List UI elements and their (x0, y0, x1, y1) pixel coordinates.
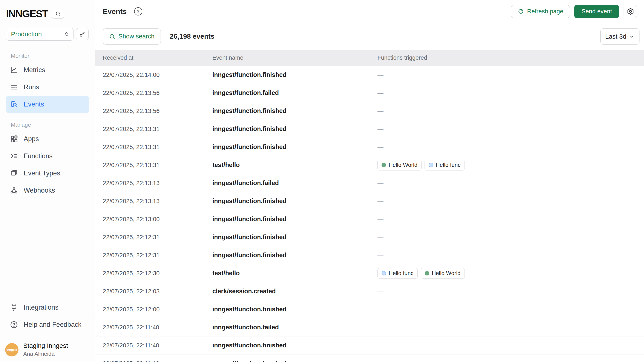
sidebar-item-functions[interactable]: Functions (6, 148, 89, 165)
table-row[interactable]: 22/07/2025, 22:12:31 inngest/function.fi… (95, 228, 644, 246)
table-row[interactable]: 22/07/2025, 22:13:00 inngest/function.fi… (95, 210, 644, 228)
function-badge[interactable]: Hello World (421, 268, 465, 279)
user-info: Staging Inngest Ana Almeida (23, 342, 68, 357)
logo-row: INNGEST (6, 8, 95, 19)
cell-functions: — (378, 180, 644, 186)
global-search-button[interactable] (52, 9, 64, 19)
table-row[interactable]: 22/07/2025, 22:12:30 test/hello Hello fu… (95, 264, 644, 282)
table-row[interactable]: 22/07/2025, 22:11:13 inngest/function.fi… (95, 355, 644, 362)
cell-received-at: 22/07/2025, 22:11:13 (103, 360, 212, 362)
sidebar-item-help-and-feedback[interactable]: Help and Feedback (6, 316, 89, 333)
table-row[interactable]: 22/07/2025, 22:13:31 inngest/function.fi… (95, 138, 644, 156)
cell-event-name: inngest/function.finished (212, 252, 378, 259)
cell-received-at: 22/07/2025, 22:13:56 (103, 108, 212, 114)
sidebar-item-runs[interactable]: Runs (6, 79, 89, 96)
page-title: Events (103, 7, 127, 16)
sidebar: INNGEST Production Monitor (0, 0, 95, 362)
cell-event-name: clerk/session.created (212, 288, 378, 295)
cell-functions: — (378, 108, 644, 114)
cell-received-at: 22/07/2025, 22:11:40 (103, 342, 212, 349)
events-toolbar: Show search 26,198 events Last 3d (95, 23, 644, 50)
table-row[interactable]: 22/07/2025, 22:13:56 inngest/function.fa… (95, 84, 644, 102)
table-row[interactable]: 22/07/2025, 22:13:31 inngest/function.fi… (95, 120, 644, 138)
toolbar-left: Show search 26,198 events (103, 28, 214, 45)
table-row[interactable]: 22/07/2025, 22:12:00 inngest/function.fi… (95, 300, 644, 318)
sidebar-item-label: Runs (24, 83, 39, 91)
column-header-event-name: Event name (212, 54, 378, 61)
environment-select[interactable]: Production (6, 28, 74, 41)
column-header-functions-triggered: Functions triggered (378, 54, 644, 61)
sidebar-item-label: Apps (24, 135, 39, 143)
gear-icon (626, 7, 634, 15)
function-badge[interactable]: Hello World (378, 160, 422, 171)
cell-received-at: 22/07/2025, 22:13:13 (103, 180, 212, 186)
help-icon (10, 321, 18, 329)
cell-event-name: inngest/function.finished (212, 125, 378, 133)
show-search-button[interactable]: Show search (103, 28, 161, 45)
cell-functions: — (378, 360, 644, 362)
table-row[interactable]: 22/07/2025, 22:14:00 inngest/function.fi… (95, 66, 644, 84)
cell-received-at: 22/07/2025, 22:13:00 (103, 216, 212, 223)
time-range-select[interactable]: Last 3d (600, 28, 640, 45)
search-icon (55, 11, 61, 16)
cell-event-name: inngest/function.failed (212, 324, 378, 331)
cell-event-name: inngest/function.finished (212, 197, 378, 205)
function-badge[interactable]: Hello func (424, 160, 465, 171)
cell-received-at: 22/07/2025, 22:13:31 (103, 126, 212, 133)
sidebar-item-webhooks[interactable]: Webhooks (6, 182, 89, 199)
chevron-down-icon (629, 34, 634, 39)
cell-functions: — (378, 234, 644, 241)
time-range-label: Last 3d (605, 33, 626, 40)
cell-received-at: 22/07/2025, 22:11:40 (103, 324, 212, 331)
cell-event-name: inngest/function.finished (212, 71, 378, 78)
sidebar-item-label: Metrics (24, 66, 45, 74)
cell-received-at: 22/07/2025, 22:13:13 (103, 198, 212, 205)
cell-received-at: 22/07/2025, 22:13:31 (103, 144, 212, 151)
page-help-icon[interactable]: ? (134, 7, 142, 15)
table-row[interactable]: 22/07/2025, 22:12:31 inngest/function.fi… (95, 246, 644, 264)
sidebar-item-apps[interactable]: Apps (6, 130, 89, 148)
function-badge[interactable]: Hello func (378, 268, 418, 279)
table-row[interactable]: 22/07/2025, 22:13:31 test/hello Hello Wo… (95, 156, 644, 174)
cell-functions: — (378, 306, 644, 313)
apps-icon (10, 135, 18, 143)
cell-received-at: 22/07/2025, 22:12:03 (103, 288, 212, 295)
cell-functions: — (378, 90, 644, 96)
events-count: 26,198 events (170, 32, 214, 40)
workspace-name: Staging Inngest (23, 342, 68, 349)
table-row[interactable]: 22/07/2025, 22:13:13 inngest/function.fi… (95, 192, 644, 210)
workspace-user-menu[interactable]: inngest Staging Inngest Ana Almeida (0, 337, 95, 362)
send-event-button[interactable]: Send event (574, 5, 619, 18)
sidebar-item-integrations[interactable]: Integrations (6, 299, 89, 316)
table-row[interactable]: 22/07/2025, 22:12:03 clerk/session.creat… (95, 282, 644, 300)
event-keys-button[interactable] (76, 28, 88, 40)
refresh-icon (518, 8, 524, 14)
table-header: Received at Event name Functions trigger… (95, 50, 644, 66)
manage-section-label: Manage (11, 122, 95, 128)
app-window: INNGEST Production Monitor (0, 0, 644, 362)
table-row[interactable]: 22/07/2025, 22:11:40 inngest/function.fa… (95, 318, 644, 337)
inngest-logo[interactable]: INNGEST (6, 8, 48, 19)
table-row[interactable]: 22/07/2025, 22:11:40 inngest/function.fi… (95, 337, 644, 355)
sidebar-item-label: Event Types (24, 170, 60, 177)
send-event-label: Send event (582, 8, 612, 15)
refresh-page-button[interactable]: Refresh page (511, 5, 570, 18)
cell-functions: — (378, 288, 644, 295)
cell-event-name: inngest/function.finished (212, 143, 378, 151)
cell-event-name: inngest/function.failed (212, 180, 378, 186)
avatar: inngest (5, 343, 18, 357)
webhooks-icon (10, 186, 18, 194)
settings-button[interactable] (624, 5, 637, 18)
table-row[interactable]: 22/07/2025, 22:13:56 inngest/function.fi… (95, 102, 644, 120)
function-status-dot (428, 163, 433, 167)
cell-event-name: test/hello (212, 270, 378, 277)
sidebar-item-metrics[interactable]: Metrics (6, 61, 89, 79)
column-header-received-at: Received at (103, 54, 212, 61)
sidebar-spacer (0, 199, 95, 299)
cell-received-at: 22/07/2025, 22:13:31 (103, 162, 212, 169)
sidebar-item-event-types[interactable]: Event Types (6, 165, 89, 182)
cell-received-at: 22/07/2025, 22:12:00 (103, 306, 212, 313)
cell-event-name: inngest/function.finished (212, 215, 378, 223)
table-row[interactable]: 22/07/2025, 22:13:13 inngest/function.fa… (95, 174, 644, 192)
sidebar-item-events[interactable]: Events (6, 96, 89, 113)
